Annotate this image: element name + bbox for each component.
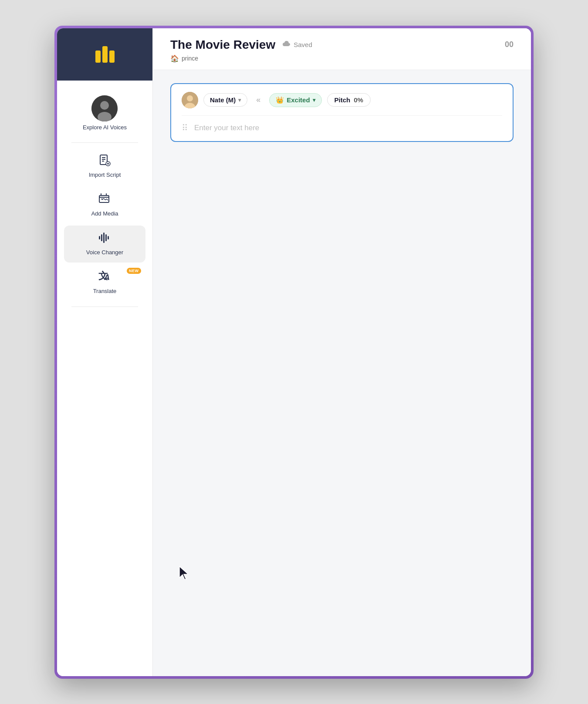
sidebar-item-import-script[interactable]: Import Script <box>64 148 145 185</box>
sidebar-item-voice-changer[interactable]: Voice Changer <box>64 226 145 263</box>
voice-avatar-svg <box>182 92 198 108</box>
import-script-icon <box>98 154 111 169</box>
document-title: The Movie Review <box>170 38 275 52</box>
emotion-emoji: 👑 <box>276 96 284 104</box>
user-avatar <box>91 95 118 121</box>
home-icon: 🏠 <box>170 54 179 63</box>
drag-handle-icon[interactable]: ⠿ <box>182 123 188 133</box>
saved-badge: Saved <box>282 40 312 49</box>
svg-point-1 <box>100 101 109 110</box>
breadcrumb: 🏠 prince <box>170 54 514 63</box>
emotion-label: Excited <box>287 96 310 104</box>
logo-bar-3 <box>109 51 115 63</box>
add-media-icon <box>98 193 111 208</box>
voice-avatar <box>182 92 198 108</box>
svg-rect-12 <box>99 236 100 239</box>
cursor-icon <box>179 566 191 581</box>
window-inner: Explore AI Voices <box>57 28 531 676</box>
voice-changer-icon <box>98 232 111 246</box>
logo-bar-2 <box>102 46 108 63</box>
emotion-chevron-icon: ▾ <box>313 97 315 103</box>
nav-divider-1 <box>71 142 138 143</box>
sidebar-item-label-explore: Explore AI Voices <box>83 124 127 131</box>
script-block-header: Nate (M) ▾ « 👑 Excited ▾ <box>182 92 502 116</box>
svg-rect-15 <box>105 234 107 241</box>
svg-rect-13 <box>101 234 102 241</box>
voice-selector[interactable]: Nate (M) ▾ <box>203 93 247 107</box>
voice-name: Nate (M) <box>210 96 236 104</box>
new-badge: NEW <box>127 268 141 274</box>
svg-point-11 <box>101 199 103 200</box>
sidebar-logo-area <box>57 28 152 81</box>
sidebar: Explore AI Voices <box>57 28 153 676</box>
saved-label: Saved <box>294 41 312 48</box>
sidebar-item-label-voice-changer: Voice Changer <box>86 249 123 256</box>
svg-rect-14 <box>103 232 105 243</box>
nav-divider-2 <box>71 307 138 307</box>
app-logo <box>95 46 115 63</box>
sidebar-item-explore-ai-voices[interactable]: Explore AI Voices <box>64 89 145 138</box>
double-chevron-icon: « <box>256 95 260 104</box>
top-bar-row1: The Movie Review Saved 00 <box>170 38 514 52</box>
translate-icon: 文 A <box>98 270 111 285</box>
collapse-button[interactable]: « <box>253 95 264 104</box>
sidebar-item-label-import: Import Script <box>89 172 121 179</box>
app-window: Explore AI Voices <box>54 26 534 679</box>
emotion-selector[interactable]: 👑 Excited ▾ <box>269 93 321 107</box>
sidebar-item-translate[interactable]: NEW 文 A Translate <box>64 264 145 301</box>
cloud-icon <box>282 40 291 49</box>
pitch-value: 0% <box>354 96 363 104</box>
script-area: Nate (M) ▾ « 👑 Excited ▾ <box>153 70 531 676</box>
sidebar-item-label-translate: Translate <box>93 288 117 295</box>
text-input-placeholder[interactable]: Enter your text here <box>194 124 502 132</box>
svg-point-20 <box>187 95 193 101</box>
avatar-svg <box>91 95 118 121</box>
breadcrumb-user: prince <box>182 55 198 62</box>
sidebar-nav: Explore AI Voices <box>57 81 152 319</box>
sidebar-item-add-media[interactable]: Add Media <box>64 187 145 224</box>
pitch-selector[interactable]: Pitch 0% <box>327 93 371 107</box>
voice-chevron-icon: ▾ <box>238 97 241 103</box>
sidebar-item-label-media: Add Media <box>91 210 118 218</box>
script-block: Nate (M) ▾ « 👑 Excited ▾ <box>170 83 514 142</box>
cursor-wrapper <box>179 566 191 583</box>
svg-rect-16 <box>108 236 109 239</box>
script-block-body: ⠿ Enter your text here <box>182 116 502 133</box>
logo-bar-1 <box>95 51 101 63</box>
top-bar-extra: 00 <box>505 40 514 49</box>
pitch-label: Pitch <box>335 96 351 104</box>
main-content: The Movie Review Saved 00 🏠 prince <box>153 28 531 676</box>
svg-text:A: A <box>104 273 110 282</box>
top-bar: The Movie Review Saved 00 🏠 prince <box>153 28 531 70</box>
